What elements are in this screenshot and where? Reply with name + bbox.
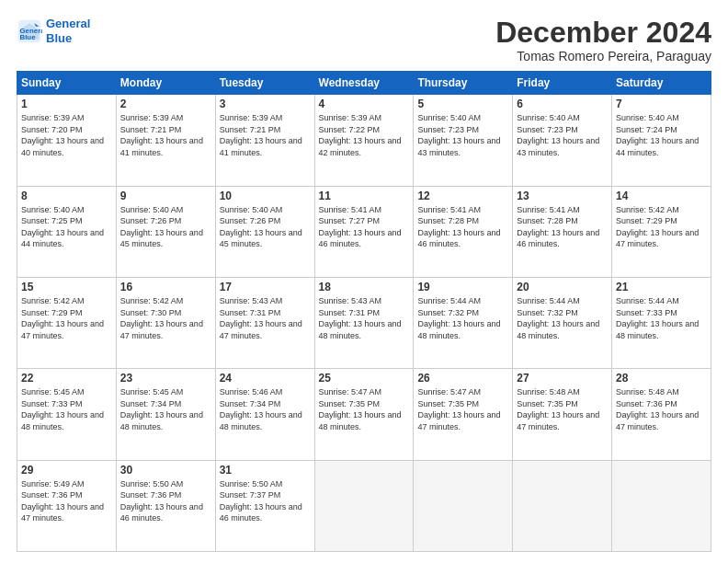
- day-number: 14: [616, 190, 707, 202]
- day-number: 7: [616, 98, 707, 110]
- day-cell: 29 Sunrise: 5:49 AMSunset: 7:36 PMDaylig…: [17, 460, 117, 551]
- svg-text:Blue: Blue: [20, 32, 37, 40]
- day-cell: 27 Sunrise: 5:48 AMSunset: 7:35 PMDaylig…: [513, 369, 612, 460]
- day-info: Sunrise: 5:43 AMSunset: 7:31 PMDaylight:…: [220, 295, 311, 341]
- day-cell: 25 Sunrise: 5:47 AMSunset: 7:35 PMDaylig…: [314, 369, 414, 460]
- day-number: 21: [616, 281, 707, 293]
- day-number: 29: [21, 464, 112, 477]
- day-number: 13: [517, 190, 608, 202]
- col-sunday: Sunday: [17, 72, 117, 95]
- day-info: Sunrise: 5:40 AMSunset: 7:24 PMDaylight:…: [616, 112, 707, 158]
- day-info: Sunrise: 5:43 AMSunset: 7:31 PMDaylight:…: [319, 295, 410, 341]
- week-row-4: 29 Sunrise: 5:49 AMSunset: 7:36 PMDaylig…: [17, 460, 711, 551]
- logo-line2: Blue: [46, 31, 72, 45]
- day-info: Sunrise: 5:40 AMSunset: 7:25 PMDaylight:…: [21, 204, 112, 250]
- day-info: Sunrise: 5:45 AMSunset: 7:33 PMDaylight:…: [21, 386, 112, 432]
- col-thursday: Thursday: [414, 72, 513, 95]
- calendar-page: General Blue General Blue December 2024 …: [0, 0, 728, 563]
- day-cell: 1 Sunrise: 5:39 AMSunset: 7:20 PMDayligh…: [17, 95, 117, 186]
- day-cell: 23 Sunrise: 5:45 AMSunset: 7:34 PMDaylig…: [116, 369, 215, 460]
- header-row: Sunday Monday Tuesday Wednesday Thursday…: [17, 72, 711, 95]
- day-info: Sunrise: 5:50 AMSunset: 7:37 PMDaylight:…: [220, 478, 311, 524]
- logo-line1: General: [46, 17, 90, 30]
- day-cell: 15 Sunrise: 5:42 AMSunset: 7:29 PMDaylig…: [17, 277, 117, 368]
- day-number: 17: [220, 281, 311, 293]
- day-cell: 7 Sunrise: 5:40 AMSunset: 7:24 PMDayligh…: [612, 95, 711, 186]
- day-cell: 28 Sunrise: 5:48 AMSunset: 7:36 PMDaylig…: [612, 369, 711, 460]
- day-cell: 26 Sunrise: 5:47 AMSunset: 7:35 PMDaylig…: [414, 369, 513, 460]
- day-cell: 2 Sunrise: 5:39 AMSunset: 7:21 PMDayligh…: [116, 95, 215, 186]
- day-number: 8: [21, 190, 112, 202]
- day-info: Sunrise: 5:40 AMSunset: 7:23 PMDaylight:…: [417, 112, 508, 158]
- day-number: 10: [220, 190, 311, 202]
- day-info: Sunrise: 5:40 AMSunset: 7:26 PMDaylight:…: [120, 204, 211, 250]
- header: General Blue General Blue December 2024 …: [17, 17, 711, 63]
- day-info: Sunrise: 5:44 AMSunset: 7:32 PMDaylight:…: [417, 295, 508, 341]
- location-title: Tomas Romero Pereira, Paraguay: [495, 49, 711, 63]
- day-info: Sunrise: 5:41 AMSunset: 7:28 PMDaylight:…: [417, 204, 508, 250]
- title-block: December 2024 Tomas Romero Pereira, Para…: [495, 17, 711, 63]
- day-number: 23: [120, 372, 211, 385]
- day-info: Sunrise: 5:46 AMSunset: 7:34 PMDaylight:…: [220, 386, 311, 432]
- day-info: Sunrise: 5:47 AMSunset: 7:35 PMDaylight:…: [319, 386, 410, 432]
- day-cell: 10 Sunrise: 5:40 AMSunset: 7:26 PMDaylig…: [215, 186, 314, 277]
- day-info: Sunrise: 5:39 AMSunset: 7:20 PMDaylight:…: [21, 112, 112, 158]
- day-cell: [513, 460, 612, 551]
- logo-icon: General Blue: [17, 18, 42, 44]
- day-info: Sunrise: 5:42 AMSunset: 7:29 PMDaylight:…: [21, 295, 112, 341]
- day-cell: 24 Sunrise: 5:46 AMSunset: 7:34 PMDaylig…: [215, 369, 314, 460]
- day-cell: 21 Sunrise: 5:44 AMSunset: 7:33 PMDaylig…: [612, 277, 711, 368]
- day-cell: 3 Sunrise: 5:39 AMSunset: 7:21 PMDayligh…: [215, 95, 314, 186]
- day-number: 28: [616, 372, 707, 385]
- day-number: 3: [220, 98, 311, 110]
- day-info: Sunrise: 5:50 AMSunset: 7:36 PMDaylight:…: [120, 478, 211, 524]
- week-row-3: 22 Sunrise: 5:45 AMSunset: 7:33 PMDaylig…: [17, 369, 711, 460]
- day-number: 31: [220, 464, 311, 477]
- day-number: 25: [319, 372, 410, 385]
- col-tuesday: Tuesday: [215, 72, 314, 95]
- day-number: 15: [21, 281, 112, 293]
- day-cell: 30 Sunrise: 5:50 AMSunset: 7:36 PMDaylig…: [116, 460, 215, 551]
- day-cell: 4 Sunrise: 5:39 AMSunset: 7:22 PMDayligh…: [314, 95, 414, 186]
- col-saturday: Saturday: [612, 72, 711, 95]
- day-cell: 20 Sunrise: 5:44 AMSunset: 7:32 PMDaylig…: [513, 277, 612, 368]
- day-cell: 18 Sunrise: 5:43 AMSunset: 7:31 PMDaylig…: [314, 277, 414, 368]
- day-info: Sunrise: 5:48 AMSunset: 7:35 PMDaylight:…: [517, 386, 608, 432]
- day-number: 16: [120, 281, 211, 293]
- day-info: Sunrise: 5:39 AMSunset: 7:22 PMDaylight:…: [319, 112, 410, 158]
- day-cell: 9 Sunrise: 5:40 AMSunset: 7:26 PMDayligh…: [116, 186, 215, 277]
- day-info: Sunrise: 5:39 AMSunset: 7:21 PMDaylight:…: [120, 112, 211, 158]
- day-number: 6: [517, 98, 608, 110]
- day-info: Sunrise: 5:42 AMSunset: 7:30 PMDaylight:…: [120, 295, 211, 341]
- day-cell: [314, 460, 414, 551]
- day-number: 19: [417, 281, 508, 293]
- logo: General Blue General Blue: [17, 17, 90, 45]
- day-number: 24: [220, 372, 311, 385]
- day-info: Sunrise: 5:42 AMSunset: 7:29 PMDaylight:…: [616, 204, 707, 250]
- day-info: Sunrise: 5:40 AMSunset: 7:26 PMDaylight:…: [220, 204, 311, 250]
- day-cell: [612, 460, 711, 551]
- day-cell: 12 Sunrise: 5:41 AMSunset: 7:28 PMDaylig…: [414, 186, 513, 277]
- day-info: Sunrise: 5:44 AMSunset: 7:32 PMDaylight:…: [517, 295, 608, 341]
- day-cell: 11 Sunrise: 5:41 AMSunset: 7:27 PMDaylig…: [314, 186, 414, 277]
- day-info: Sunrise: 5:44 AMSunset: 7:33 PMDaylight:…: [616, 295, 707, 341]
- day-info: Sunrise: 5:41 AMSunset: 7:28 PMDaylight:…: [517, 204, 608, 250]
- day-number: 22: [21, 372, 112, 385]
- day-number: 27: [517, 372, 608, 385]
- day-cell: 19 Sunrise: 5:44 AMSunset: 7:32 PMDaylig…: [414, 277, 513, 368]
- day-number: 11: [319, 190, 410, 202]
- day-cell: 5 Sunrise: 5:40 AMSunset: 7:23 PMDayligh…: [414, 95, 513, 186]
- day-info: Sunrise: 5:48 AMSunset: 7:36 PMDaylight:…: [616, 386, 707, 432]
- day-cell: [414, 460, 513, 551]
- day-cell: 17 Sunrise: 5:43 AMSunset: 7:31 PMDaylig…: [215, 277, 314, 368]
- day-cell: 16 Sunrise: 5:42 AMSunset: 7:30 PMDaylig…: [116, 277, 215, 368]
- week-row-1: 8 Sunrise: 5:40 AMSunset: 7:25 PMDayligh…: [17, 186, 711, 277]
- day-info: Sunrise: 5:47 AMSunset: 7:35 PMDaylight:…: [417, 386, 508, 432]
- day-cell: 6 Sunrise: 5:40 AMSunset: 7:23 PMDayligh…: [513, 95, 612, 186]
- day-number: 2: [120, 98, 211, 110]
- day-number: 4: [319, 98, 410, 110]
- day-cell: 31 Sunrise: 5:50 AMSunset: 7:37 PMDaylig…: [215, 460, 314, 551]
- day-cell: 22 Sunrise: 5:45 AMSunset: 7:33 PMDaylig…: [17, 369, 117, 460]
- logo-text: General Blue: [46, 17, 90, 45]
- col-friday: Friday: [513, 72, 612, 95]
